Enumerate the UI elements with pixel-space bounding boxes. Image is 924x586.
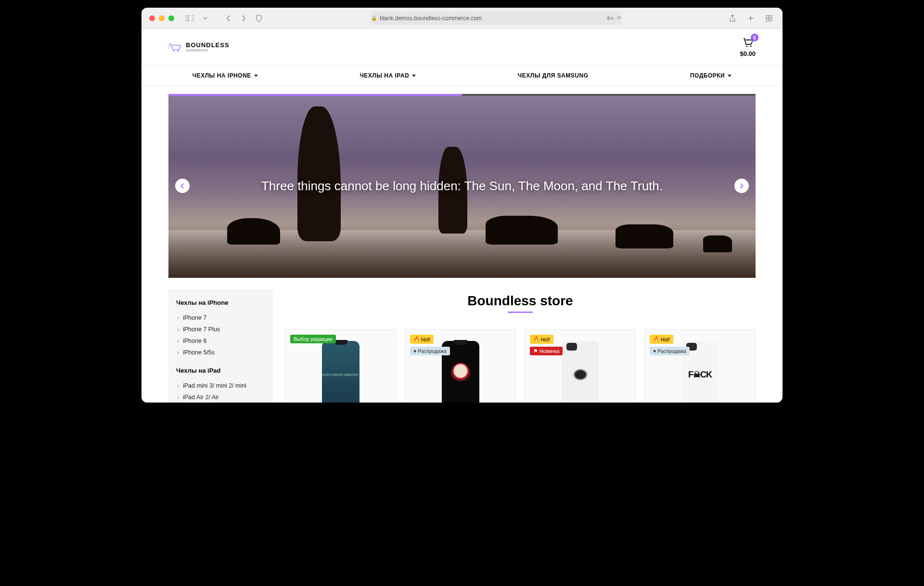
svg-point-8 — [746, 45, 747, 47]
svg-rect-5 — [770, 19, 772, 21]
store-content: Boundless store Выбор редакции EXPLORERS… — [285, 289, 756, 403]
fire-icon: 🔥 — [533, 336, 539, 342]
flag-icon: ⚑ — [533, 348, 538, 354]
lock-icon: 🔒 — [371, 15, 377, 21]
forward-button[interactable] — [238, 13, 249, 24]
hero-headline: Three things cannot be long hidden: The … — [168, 94, 756, 278]
heart-icon: ♥ — [653, 348, 656, 354]
tabs-grid-icon[interactable] — [763, 13, 775, 24]
maximize-window-button[interactable] — [168, 15, 174, 21]
sale-badge: ♥Распродажа — [410, 347, 450, 355]
sale-badge: ♥Распродажа — [650, 347, 690, 355]
browser-titlebar: 🔒 blank.demos.boundless-commerce.com ⊕ᴀ … — [141, 8, 783, 29]
nav-item-samsung[interactable]: ЧЕХЛЫ ДЛЯ SAMSUNG — [508, 65, 598, 86]
sidebar-link[interactable]: iPad mini 3/ mini 2/ mini — [176, 380, 266, 391]
sidebar-group-title: Чехлы на iPad — [176, 367, 266, 374]
new-badge: ⚑Новинка — [530, 347, 563, 355]
translate-icon[interactable]: ⊕ᴀ — [606, 15, 614, 21]
cart-button[interactable]: 0 $0.00 — [740, 37, 756, 57]
share-icon[interactable] — [727, 13, 738, 24]
sidebar-link[interactable]: iPhone 7 Plus — [176, 324, 266, 335]
site-header: BOUNDLESS commerce 0 $0.00 — [141, 29, 783, 65]
address-bar[interactable]: 🔒 blank.demos.boundless-commerce.com ⊕ᴀ … — [371, 12, 621, 25]
sidebar-link[interactable]: iPhone 5/5s — [176, 347, 266, 358]
chevron-down-icon — [728, 75, 732, 77]
close-window-button[interactable] — [149, 15, 155, 21]
sidebar-group-title: Чехлы на iPhone — [176, 299, 266, 306]
cart-total: $0.00 — [740, 50, 756, 57]
new-tab-icon[interactable] — [745, 13, 757, 24]
logo[interactable]: BOUNDLESS commerce — [168, 42, 230, 52]
sidebar-link[interactable]: iPhone 7 — [176, 312, 266, 324]
cart-icon: 0 — [742, 37, 754, 48]
sidebar-link[interactable]: iPad Air 2/ Air — [176, 391, 266, 403]
back-button[interactable] — [222, 13, 234, 24]
product-image — [562, 341, 599, 403]
fire-icon: 🔥 — [413, 336, 420, 342]
sidebar-toggle-icon[interactable] — [184, 13, 195, 24]
hero-next-button[interactable] — [734, 179, 749, 193]
hot-badge: 🔥Hot! — [650, 335, 673, 344]
main-nav: ЧЕХЛЫ НА IPHONE ЧЕХЛЫ НА IPAD ЧЕХЛЫ ДЛЯ … — [141, 65, 783, 86]
accent-divider — [508, 312, 533, 313]
browser-window: 🔒 blank.demos.boundless-commerce.com ⊕ᴀ … — [141, 8, 783, 403]
hero-prev-button[interactable] — [175, 179, 190, 193]
product-grid: Выбор редакции EXPLORERS WANTED 🔥Hot! ♥Р… — [285, 329, 756, 403]
svg-rect-3 — [770, 15, 772, 18]
heart-icon: ♥ — [413, 348, 416, 354]
page-content: BOUNDLESS commerce 0 $0.00 ЧЕХЛЫ НА IPHO… — [141, 29, 783, 403]
store-title: Boundless store — [285, 293, 756, 309]
product-card[interactable]: 🔥Hot! ♥Распродажа — [405, 329, 516, 403]
chevron-down-icon[interactable] — [199, 13, 211, 24]
chevron-down-icon — [412, 75, 416, 77]
hero-progress-fill — [168, 94, 462, 96]
logo-cart-icon — [168, 42, 182, 52]
nav-item-ipad[interactable]: ЧЕХЛЫ НА IPAD — [350, 65, 425, 86]
cart-count-badge: 0 — [751, 34, 758, 41]
chevron-down-icon — [254, 75, 258, 77]
nav-item-collections[interactable]: ПОДБОРКИ — [680, 65, 741, 86]
hero-banner: Three things cannot be long hidden: The … — [168, 94, 756, 278]
svg-point-6 — [173, 50, 174, 52]
product-image: EXPLORERS WANTED — [322, 341, 359, 403]
nav-item-iphone[interactable]: ЧЕХЛЫ НА IPHONE — [183, 65, 268, 86]
product-card[interactable]: 🔥Hot! ♥Распродажа F☠CK — [644, 329, 756, 403]
fire-icon: 🔥 — [653, 336, 659, 342]
hot-badge: 🔥Hot! — [530, 335, 553, 344]
reload-icon[interactable]: ⟳ — [617, 15, 621, 21]
svg-rect-2 — [766, 15, 769, 18]
svg-rect-4 — [766, 19, 769, 21]
hot-badge: 🔥Hot! — [410, 335, 434, 344]
svg-point-9 — [750, 45, 751, 47]
category-sidebar: Чехлы на iPhone iPhone 7 iPhone 7 Plus i… — [168, 289, 273, 403]
minimize-window-button[interactable] — [159, 15, 165, 21]
svg-point-7 — [177, 50, 179, 52]
sidebar-link[interactable]: iPhone 6 — [176, 335, 266, 347]
svg-rect-0 — [186, 15, 193, 21]
main-layout: Чехлы на iPhone iPhone 7 iPhone 7 Plus i… — [141, 278, 783, 403]
window-controls — [149, 15, 174, 21]
editor-choice-badge: Выбор редакции — [290, 335, 336, 343]
product-card[interactable]: Выбор редакции EXPLORERS WANTED — [285, 329, 396, 403]
shield-icon[interactable] — [253, 13, 265, 24]
url-text: blank.demos.boundless-commerce.com — [380, 15, 482, 22]
logo-text: BOUNDLESS commerce — [186, 42, 230, 52]
product-card[interactable]: 🔥Hot! ⚑Новинка — [525, 329, 636, 403]
